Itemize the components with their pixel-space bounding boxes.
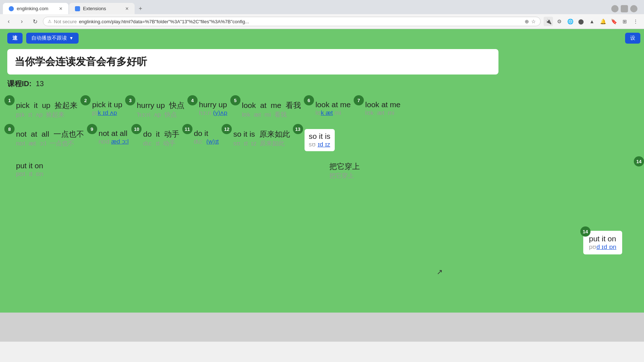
maximize-button[interactable] <box>621 5 628 12</box>
card-11-english: do it <box>194 129 219 138</box>
page-title: 当你学会连读发音会有多好听 <box>15 56 147 67</box>
card-13-phonetic-link[interactable]: ɪd ɪz <box>318 141 330 148</box>
card-num-13: 13 <box>293 124 303 134</box>
card-14-middle[interactable]: 把它穿上 把它穿上 <box>321 157 366 182</box>
card-14-left[interactable]: put it on pʊt ɪt ɒn <box>7 157 49 180</box>
card-6-phonetic-link[interactable]: k æt <box>321 109 333 116</box>
card-num-8: 8 <box>4 124 15 134</box>
autoplay-button[interactable]: 自动播放不跟读 ▼ <box>26 33 79 44</box>
card-9-phonetic-link[interactable]: æd ɔːl <box>111 138 128 145</box>
card-13[interactable]: 13 so it is sʊ ɪd ɪz <box>296 125 341 153</box>
extension-btn-4[interactable]: ⬤ <box>576 17 586 26</box>
extension-btn-2[interactable]: ⚙ <box>554 17 564 26</box>
card-5[interactable]: 5 look at me 看我 lʊk æt mi 看我 <box>233 96 307 121</box>
extension-btn-5[interactable]: ▲ <box>587 17 597 26</box>
card-12-phonetic: sʊ ɪt ɪz 原来如此 <box>233 139 290 148</box>
card-11[interactable]: 11 do it duː (w)ɪt <box>185 125 225 148</box>
card-6-english: look at me <box>315 100 351 109</box>
card-12-english: so it is 原来如此 <box>233 129 290 139</box>
card-num-4: 4 <box>187 95 198 105</box>
card-11-phonetic: duː (w)ɪt <box>194 138 219 145</box>
card-7-english: look at me <box>365 100 401 109</box>
card-2-english: pick it up <box>92 100 122 109</box>
card-num-9: 9 <box>87 124 97 134</box>
card-num-14: 14 <box>634 156 644 166</box>
card-5-english: look at me 看我 <box>242 100 301 110</box>
card-num-10: 10 <box>131 124 142 134</box>
minimize-button[interactable] <box>611 5 619 12</box>
card-7[interactable]: 7 look at me lʊk æt mi <box>357 96 406 119</box>
new-tab-button[interactable]: ＋ <box>135 4 146 14</box>
card-4-phonetic-link[interactable]: (y)ʌp <box>213 109 227 116</box>
extension-btn-7[interactable]: 🔖 <box>609 17 619 26</box>
card-3[interactable]: 3 hurry up 快点 'hɜːri ʌp 快点 <box>128 96 190 121</box>
course-id-value: 13 <box>36 80 44 88</box>
card-7-phonetic: lʊk æt mi <box>365 109 401 117</box>
card-14-highlighted[interactable]: 14 put it on pʊd ɪd ɒn <box>583 231 622 254</box>
card-5-phonetic: lʊk æt mi 看我 <box>242 110 301 119</box>
cards-row-3: put it on pʊt ɪt ɒn 把它穿上 把它穿上 14 14 put … <box>7 157 637 182</box>
tab-close-extensions[interactable]: ✕ <box>125 6 129 11</box>
course-id-label: 课程ID: <box>7 80 32 88</box>
card-2[interactable]: 2 pick it up pɪk ɪd ʌp <box>83 96 128 119</box>
translate-icon[interactable]: ⊕ <box>525 19 529 24</box>
page-title-box: 当你学会连读发音会有多好听 <box>7 49 498 75</box>
browser-nav-icons: 🔌 ⚙ 🌐 ⬤ ▲ 🔔 🔖 ⊞ ⋮ <box>544 17 640 26</box>
card-14-middle-chinese: 把它穿上 <box>329 161 360 172</box>
autoplay-label: 自动播放不跟读 <box>31 35 67 41</box>
card-8-phonetic: nɒt æt ɔːl 一点也不 <box>16 139 84 148</box>
card-4[interactable]: 4 hurry up hɜːri (y)ʌp <box>190 96 233 119</box>
card-1[interactable]: 1 pick it up 捡起来 pɪk ɪt ʌp 捡起来 <box>7 96 83 121</box>
reload-button[interactable]: ↻ <box>30 16 40 27</box>
bookmark-icon[interactable]: ☆ <box>531 19 536 24</box>
tab-extensions[interactable]: Extensions ✕ <box>69 3 135 14</box>
card-12[interactable]: 12 so it is 原来如此 sʊ ɪt ɪz 原来如此 <box>224 125 295 150</box>
card-2-phonetic-link[interactable]: k ɪd ʌp <box>98 109 117 116</box>
tab-close-englinking[interactable]: ✕ <box>59 6 63 11</box>
card-14-badge: 14 <box>580 226 591 237</box>
speed-button[interactable]: 速 <box>7 33 23 44</box>
extension-btn-1[interactable]: 🔌 <box>544 17 553 26</box>
browser-menu-button[interactable]: ⋮ <box>631 17 640 26</box>
tab-favicon-extensions <box>75 6 80 11</box>
card-14-right-phonetic-link[interactable]: d ɪd ɒn <box>596 244 616 250</box>
close-window-button[interactable] <box>630 5 637 12</box>
address-bar[interactable]: ⚠ Not secure englinking.com/play.html?da… <box>43 17 541 26</box>
card-14-left-english: put it on <box>16 161 43 170</box>
card-13-english: so it is <box>309 132 331 141</box>
cards-row-2: 8 not at all 一点也不 nɒt æt ɔːl 一点也不 9 not … <box>7 125 637 153</box>
mouse-cursor: ↗ <box>437 268 443 276</box>
card-8-english: not at all 一点也不 <box>16 129 84 139</box>
card-num-12: 12 <box>222 124 232 134</box>
card-num-2: 2 <box>80 95 91 105</box>
back-button[interactable]: ‹ <box>4 16 14 27</box>
nav-bar: ‹ › ↻ ⚠ Not secure englinking.com/play.h… <box>0 14 644 29</box>
card-num-6: 6 <box>304 95 314 105</box>
not-secure-icon: ⚠ <box>48 19 52 24</box>
card-1-phonetic: pɪk ɪt ʌp 捡起来 <box>16 110 77 119</box>
tab-englinking[interactable]: englinking.com ✕ <box>3 3 68 14</box>
extension-btn-3[interactable]: 🌐 <box>565 17 575 26</box>
card-6[interactable]: 6 look at me lʊk æt mi <box>307 96 357 119</box>
extension-btn-6[interactable]: 🔔 <box>598 17 608 26</box>
address-text: englinking.com/play.html?data=%7B"folder… <box>79 19 522 24</box>
card-14-right-phonetic: pʊd ɪd ɒn <box>589 243 616 251</box>
card-6-phonetic: lʊk æt mi <box>315 109 351 117</box>
card-9[interactable]: 9 not at all nɒd æd ɔːl <box>90 125 135 148</box>
bottom-area <box>0 313 644 342</box>
page-content: 速 自动播放不跟读 ▼ 设 当你学会连读发音会有多好听 课程ID: 13 1 p… <box>0 29 644 342</box>
tab-bar: englinking.com ✕ Extensions ✕ ＋ <box>0 0 644 14</box>
card-8[interactable]: 8 not at all 一点也不 nɒt æt ɔːl 一点也不 <box>7 125 90 150</box>
card-11-phonetic-link[interactable]: (w)ɪt <box>206 138 219 145</box>
card-num-5: 5 <box>230 95 240 105</box>
course-id-row: 课程ID: 13 <box>7 79 637 89</box>
card-10[interactable]: 10 do it 动手 duː ɪt 动手 <box>134 125 185 150</box>
card-1-english: pick it up 捡起来 <box>16 100 77 110</box>
settings-button[interactable]: 设 <box>625 33 640 44</box>
card-4-phonetic: hɜːri (y)ʌp <box>199 109 227 117</box>
card-2-phonetic: pɪk ɪd ʌp <box>92 109 122 117</box>
top-controls: 速 自动播放不跟读 ▼ <box>7 33 637 44</box>
extension-btn-8[interactable]: ⊞ <box>620 17 629 26</box>
card-4-english: hurry up <box>199 100 227 109</box>
forward-button[interactable]: › <box>17 16 27 27</box>
